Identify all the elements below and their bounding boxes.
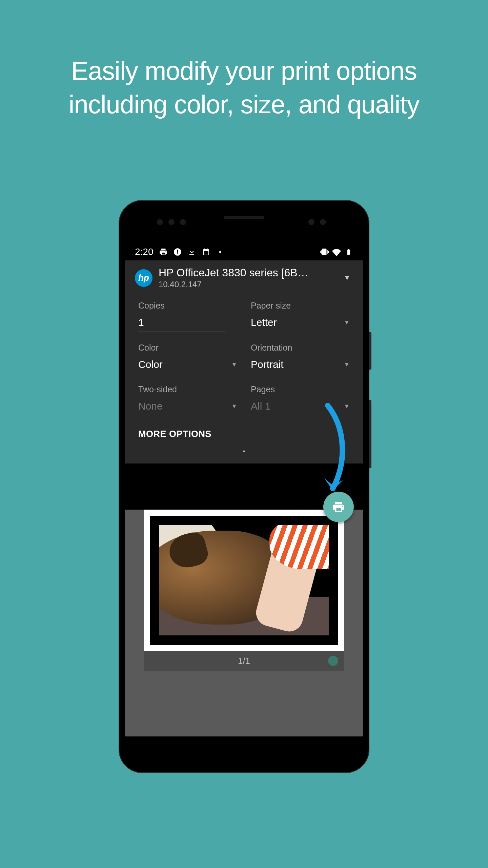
side-button [369, 400, 371, 468]
two-sided-option: Two-sided None ▼ [138, 384, 237, 415]
copies-option: Copies 1 [138, 301, 237, 332]
status-bar: 2:20 • x [125, 243, 363, 260]
chevron-down-icon: ▼ [341, 274, 353, 282]
preview-photo [159, 525, 329, 635]
alert-icon [173, 248, 182, 256]
copies-input[interactable]: 1 [138, 315, 226, 332]
page-selected-check-icon[interactable] [328, 656, 338, 666]
more-dot-icon: • [216, 248, 225, 256]
print-fab-button[interactable] [323, 492, 354, 522]
sensor-dots [308, 219, 326, 225]
android-nav-bar [125, 736, 363, 767]
collapse-panel-button[interactable] [125, 446, 363, 460]
orientation-option: Orientation Portrait ▼ [251, 343, 350, 374]
print-options-panel: hp HP OfficeJet 3830 series [6B… 10.40.2… [125, 260, 363, 463]
copies-label: Copies [138, 301, 237, 311]
paper-size-option: Paper size Letter ▼ [251, 301, 350, 332]
orientation-value: Portrait [251, 359, 284, 370]
hp-logo-icon: hp [135, 269, 152, 287]
page-counter-row: 1/1 [144, 651, 344, 671]
print-icon [159, 248, 168, 256]
paper-size-label: Paper size [251, 301, 350, 311]
paper-size-value: Letter [251, 317, 277, 328]
vibrate-icon [320, 248, 329, 256]
paper-size-select[interactable]: Letter ▼ [251, 315, 350, 332]
battery-icon [344, 248, 353, 256]
download-icon [187, 248, 196, 256]
wifi-icon: x [332, 248, 341, 256]
printer-name: HP OfficeJet 3830 series [6B… [159, 267, 335, 279]
preview-page [144, 510, 344, 651]
preview-area: 1/1 [125, 510, 363, 736]
orientation-select[interactable]: Portrait ▼ [251, 357, 350, 374]
page-counter: 1/1 [238, 656, 250, 666]
promo-headline: Easily modify your print options includi… [0, 0, 488, 121]
phone-screen: 2:20 • x [125, 206, 363, 767]
orientation-label: Orientation [251, 343, 350, 353]
color-select[interactable]: Color ▼ [138, 357, 237, 374]
printer-selector[interactable]: hp HP OfficeJet 3830 series [6B… 10.40.2… [125, 260, 363, 294]
pages-value: All 1 [251, 400, 270, 412]
color-value: Color [138, 359, 163, 370]
color-option: Color Color ▼ [138, 343, 237, 374]
speaker-grille [224, 216, 264, 219]
phone-frame: 2:20 • x [119, 200, 369, 773]
chevron-down-icon: ▼ [231, 403, 237, 410]
sensor-dots [157, 219, 186, 225]
pages-option: Pages All 1 ▼ [251, 384, 350, 415]
two-sided-select[interactable]: None ▼ [138, 399, 237, 415]
side-button [369, 332, 371, 370]
pages-label: Pages [251, 384, 350, 394]
svg-text:x: x [339, 251, 341, 256]
svg-rect-2 [177, 253, 178, 254]
print-icon [332, 500, 345, 514]
calendar-icon [202, 248, 210, 256]
chevron-down-icon: ▼ [344, 319, 350, 326]
chevron-up-icon [239, 448, 249, 454]
preview-page-card[interactable]: 1/1 [144, 510, 344, 671]
two-sided-value: None [138, 400, 163, 412]
preview-photo-frame [150, 516, 338, 645]
chevron-down-icon: ▼ [344, 361, 350, 368]
pages-select[interactable]: All 1 ▼ [251, 399, 350, 415]
chevron-down-icon: ▼ [344, 403, 350, 410]
printer-ip: 10.40.2.147 [159, 280, 335, 289]
svg-rect-1 [177, 250, 178, 253]
two-sided-label: Two-sided [138, 384, 237, 394]
chevron-down-icon: ▼ [231, 361, 237, 368]
status-time: 2:20 [135, 246, 154, 257]
more-options-button[interactable]: MORE OPTIONS [125, 419, 363, 446]
color-label: Color [138, 343, 237, 353]
